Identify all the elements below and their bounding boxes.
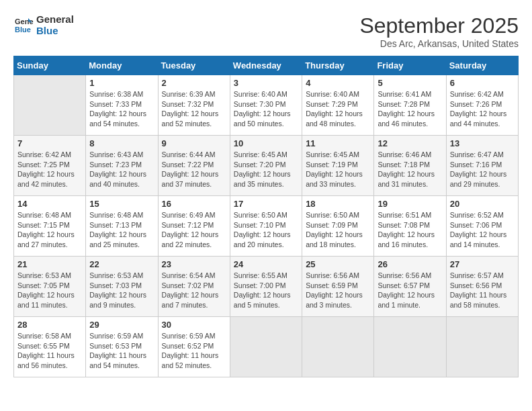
day-number: 25 (306, 259, 370, 269)
day-info: Sunrise: 6:55 AM Sunset: 7:00 PM Dayligh… (234, 271, 298, 310)
day-number: 1 (89, 78, 154, 88)
day-info: Sunrise: 6:42 AM Sunset: 7:26 PM Dayligh… (450, 89, 515, 129)
calendar-cell: 16Sunrise: 6:49 AM Sunset: 7:12 PM Dayli… (158, 196, 230, 257)
day-number: 28 (17, 320, 82, 330)
calendar-cell: 19Sunrise: 6:51 AM Sunset: 7:08 PM Dayli… (374, 196, 446, 257)
day-number: 22 (89, 259, 154, 269)
calendar-cell: 7Sunrise: 6:42 AM Sunset: 7:25 PM Daylig… (14, 136, 86, 196)
calendar-cell: 14Sunrise: 6:48 AM Sunset: 7:15 PM Dayli… (14, 196, 86, 257)
day-info: Sunrise: 6:40 AM Sunset: 7:29 PM Dayligh… (306, 89, 370, 129)
day-number: 7 (17, 138, 82, 148)
day-info: Sunrise: 6:50 AM Sunset: 7:09 PM Dayligh… (306, 210, 370, 250)
day-info: Sunrise: 6:46 AM Sunset: 7:18 PM Dayligh… (378, 150, 442, 189)
calendar-cell: 28Sunrise: 6:58 AM Sunset: 6:55 PM Dayli… (14, 317, 86, 377)
day-number: 20 (450, 199, 515, 209)
day-info: Sunrise: 6:50 AM Sunset: 7:10 PM Dayligh… (234, 210, 298, 250)
calendar-cell: 23Sunrise: 6:54 AM Sunset: 7:02 PM Dayli… (158, 257, 230, 317)
calendar-cell: 20Sunrise: 6:52 AM Sunset: 7:06 PM Dayli… (446, 196, 518, 257)
day-number: 8 (89, 138, 154, 148)
day-info: Sunrise: 6:45 AM Sunset: 7:19 PM Dayligh… (306, 150, 370, 189)
day-number: 18 (306, 199, 370, 209)
calendar-cell: 3Sunrise: 6:40 AM Sunset: 7:30 PM Daylig… (230, 75, 302, 136)
day-info: Sunrise: 6:48 AM Sunset: 7:13 PM Dayligh… (89, 210, 154, 250)
calendar-cell: 29Sunrise: 6:59 AM Sunset: 6:53 PM Dayli… (86, 317, 158, 377)
weekday-header-saturday: Saturday (446, 56, 518, 75)
calendar-cell: 13Sunrise: 6:47 AM Sunset: 7:16 PM Dayli… (446, 136, 518, 196)
calendar-cell (374, 317, 446, 377)
day-number: 17 (234, 199, 298, 209)
day-info: Sunrise: 6:56 AM Sunset: 6:59 PM Dayligh… (306, 271, 370, 310)
calendar-cell: 26Sunrise: 6:56 AM Sunset: 6:57 PM Dayli… (374, 257, 446, 317)
day-info: Sunrise: 6:48 AM Sunset: 7:15 PM Dayligh… (17, 210, 82, 250)
logo-line2: Blue (36, 25, 74, 36)
day-number: 10 (234, 138, 298, 148)
month-title: September 2025 (359, 13, 519, 38)
day-info: Sunrise: 6:42 AM Sunset: 7:25 PM Dayligh… (17, 150, 82, 189)
day-info: Sunrise: 6:47 AM Sunset: 7:16 PM Dayligh… (450, 150, 515, 189)
day-info: Sunrise: 6:52 AM Sunset: 7:06 PM Dayligh… (450, 210, 515, 250)
day-info: Sunrise: 6:58 AM Sunset: 6:55 PM Dayligh… (17, 331, 82, 371)
weekday-header-monday: Monday (86, 56, 158, 75)
day-number: 24 (234, 259, 298, 269)
weekday-header-tuesday: Tuesday (158, 56, 230, 75)
day-info: Sunrise: 6:45 AM Sunset: 7:20 PM Dayligh… (234, 150, 298, 189)
weekday-header-sunday: Sunday (14, 56, 86, 75)
day-number: 16 (162, 199, 226, 209)
calendar-cell (302, 317, 374, 377)
weekday-header-thursday: Thursday (302, 56, 374, 75)
day-number: 27 (450, 259, 515, 269)
day-info: Sunrise: 6:43 AM Sunset: 7:23 PM Dayligh… (89, 150, 154, 189)
day-number: 4 (306, 78, 370, 88)
day-info: Sunrise: 6:59 AM Sunset: 6:53 PM Dayligh… (89, 331, 154, 371)
calendar-cell: 25Sunrise: 6:56 AM Sunset: 6:59 PM Dayli… (302, 257, 374, 317)
day-info: Sunrise: 6:51 AM Sunset: 7:08 PM Dayligh… (378, 210, 442, 250)
calendar-cell: 17Sunrise: 6:50 AM Sunset: 7:10 PM Dayli… (230, 196, 302, 257)
day-number: 6 (450, 78, 515, 88)
calendar-cell: 4Sunrise: 6:40 AM Sunset: 7:29 PM Daylig… (302, 75, 374, 136)
day-number: 23 (162, 259, 226, 269)
calendar-cell: 18Sunrise: 6:50 AM Sunset: 7:09 PM Dayli… (302, 196, 374, 257)
title-block: September 2025 Des Arc, Arkansas, United… (359, 13, 519, 49)
calendar-cell: 5Sunrise: 6:41 AM Sunset: 7:28 PM Daylig… (374, 75, 446, 136)
calendar-cell: 2Sunrise: 6:39 AM Sunset: 7:32 PM Daylig… (158, 75, 230, 136)
day-info: Sunrise: 6:53 AM Sunset: 7:03 PM Dayligh… (89, 271, 154, 310)
day-info: Sunrise: 6:59 AM Sunset: 6:52 PM Dayligh… (162, 331, 226, 371)
day-number: 13 (450, 138, 515, 148)
day-info: Sunrise: 6:53 AM Sunset: 7:05 PM Dayligh… (17, 271, 82, 310)
day-info: Sunrise: 6:56 AM Sunset: 6:57 PM Dayligh… (378, 271, 442, 310)
calendar-cell: 24Sunrise: 6:55 AM Sunset: 7:00 PM Dayli… (230, 257, 302, 317)
day-number: 19 (378, 199, 442, 209)
weekday-header-friday: Friday (374, 56, 446, 75)
day-info: Sunrise: 6:38 AM Sunset: 7:33 PM Dayligh… (89, 89, 154, 129)
calendar-cell: 22Sunrise: 6:53 AM Sunset: 7:03 PM Dayli… (86, 257, 158, 317)
day-info: Sunrise: 6:41 AM Sunset: 7:28 PM Dayligh… (378, 89, 442, 129)
day-info: Sunrise: 6:40 AM Sunset: 7:30 PM Dayligh… (234, 89, 298, 129)
calendar-cell: 6Sunrise: 6:42 AM Sunset: 7:26 PM Daylig… (446, 75, 518, 136)
calendar-cell: 30Sunrise: 6:59 AM Sunset: 6:52 PM Dayli… (158, 317, 230, 377)
day-number: 26 (378, 259, 442, 269)
calendar-cell: 10Sunrise: 6:45 AM Sunset: 7:20 PM Dayli… (230, 136, 302, 196)
location-subtitle: Des Arc, Arkansas, United States (359, 38, 519, 49)
calendar-cell (446, 317, 518, 377)
day-number: 14 (17, 199, 82, 209)
day-number: 29 (89, 320, 154, 330)
day-number: 15 (89, 199, 154, 209)
day-info: Sunrise: 6:54 AM Sunset: 7:02 PM Dayligh… (162, 271, 226, 310)
day-number: 9 (162, 138, 226, 148)
page-header: General Blue General Blue September 2025… (13, 13, 519, 49)
day-number: 3 (234, 78, 298, 88)
day-number: 11 (306, 138, 370, 148)
calendar-week-row: 14Sunrise: 6:48 AM Sunset: 7:15 PM Dayli… (14, 196, 519, 257)
calendar-cell: 21Sunrise: 6:53 AM Sunset: 7:05 PM Dayli… (14, 257, 86, 317)
day-info: Sunrise: 6:57 AM Sunset: 6:56 PM Dayligh… (450, 271, 515, 310)
day-info: Sunrise: 6:49 AM Sunset: 7:12 PM Dayligh… (162, 210, 226, 250)
calendar-table: SundayMondayTuesdayWednesdayThursdayFrid… (13, 56, 519, 377)
day-number: 5 (378, 78, 442, 88)
calendar-cell: 8Sunrise: 6:43 AM Sunset: 7:23 PM Daylig… (86, 136, 158, 196)
logo-line1: General (36, 13, 74, 25)
calendar-cell: 1Sunrise: 6:38 AM Sunset: 7:33 PM Daylig… (86, 75, 158, 136)
calendar-week-row: 21Sunrise: 6:53 AM Sunset: 7:05 PM Dayli… (14, 257, 519, 317)
day-info: Sunrise: 6:44 AM Sunset: 7:22 PM Dayligh… (162, 150, 226, 189)
weekday-header-wednesday: Wednesday (230, 56, 302, 75)
day-number: 12 (378, 138, 442, 148)
